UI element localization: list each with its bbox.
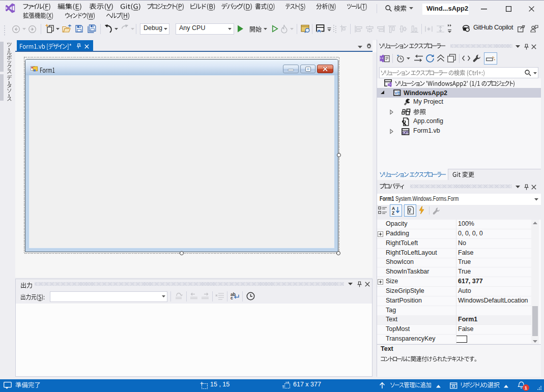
svg-text:c: c [231,295,233,300]
svg-text:VB: VB [394,91,400,96]
svg-text:Z: Z [392,210,394,216]
